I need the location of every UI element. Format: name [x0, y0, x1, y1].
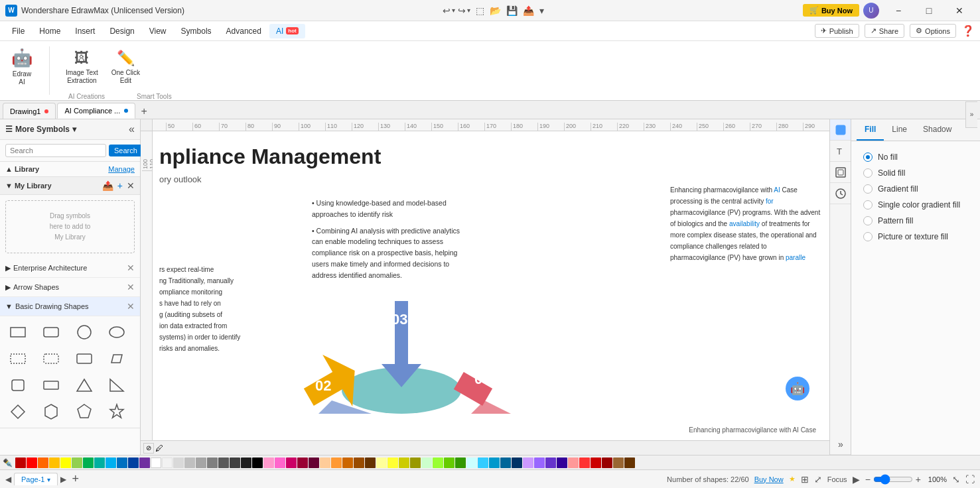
color-swatch-cyan[interactable] [105, 457, 116, 468]
color-swatch-red[interactable] [15, 457, 26, 468]
publish-button[interactable]: ✈ Publish [815, 24, 859, 38]
undo-dropdown[interactable]: ▾ [452, 7, 455, 14]
shape-right-triangle[interactable] [104, 373, 129, 397]
expand-panel-button[interactable]: » [965, 101, 977, 128]
image-frame-icon[interactable] [830, 162, 851, 183]
shape-parallelogram[interactable] [104, 347, 129, 371]
color-swatch-red2[interactable] [27, 457, 37, 468]
fullscreen-icon[interactable]: ⛶ [965, 474, 975, 485]
next-page-icon[interactable]: ▶ [60, 475, 66, 484]
page-tab-1[interactable]: Page-1 ▾ [14, 473, 58, 485]
options-button[interactable]: ⚙ Options [910, 24, 956, 38]
color-swatch-indigo[interactable] [545, 457, 556, 468]
text-icon[interactable]: T [830, 141, 851, 162]
color-swatch-teal[interactable] [94, 457, 105, 468]
ribbon-one-click-edit[interactable]: ✏️ One ClickEdit [106, 44, 145, 90]
tab-add-button[interactable]: + [137, 104, 151, 119]
close-basic-icon[interactable]: ✕ [127, 301, 135, 312]
fill-option-gradient[interactable]: Gradient fill [859, 181, 980, 197]
color-swatch-coral[interactable] [579, 457, 590, 468]
color-swatch-brown[interactable] [354, 457, 364, 468]
color-swatch-yellow2[interactable] [387, 457, 398, 468]
color-swatch-chartreuse[interactable] [433, 457, 443, 468]
tab-fill[interactable]: Fill [857, 119, 884, 141]
shape-rectangle-dotted[interactable] [5, 347, 31, 371]
menu-symbols[interactable]: Symbols [175, 24, 218, 38]
fill-option-single-color-gradient[interactable]: Single color gradient fill [859, 197, 980, 213]
tab-line[interactable]: Line [884, 119, 915, 141]
my-library-expand-icon[interactable]: ▼ [5, 182, 13, 190]
menu-view[interactable]: View [143, 24, 173, 38]
shape-pentagon[interactable] [72, 400, 97, 424]
add-library-icon[interactable]: + [117, 180, 123, 191]
color-swatch-green3[interactable] [444, 457, 455, 468]
tab-shadow[interactable]: Shadow [915, 119, 959, 141]
color-swatch-darkrose[interactable] [309, 457, 319, 468]
fit-screen-icon[interactable]: ⤡ [952, 474, 960, 485]
shape-curved-rect[interactable] [5, 373, 31, 397]
ribbon-edraw-ai[interactable]: 🤖 EdrawAI [5, 44, 38, 90]
manage-link[interactable]: Manage [108, 165, 135, 173]
menu-design[interactable]: Design [103, 24, 141, 38]
fill-option-no-fill[interactable]: No fill [859, 149, 980, 165]
color-swatch-gray3[interactable] [184, 457, 195, 468]
redo-button[interactable]: ↪ [458, 5, 466, 16]
color-swatch-sienna[interactable] [624, 457, 635, 468]
buy-now-link[interactable]: Buy Now [754, 475, 784, 483]
help-icon[interactable]: ❓ [961, 25, 975, 37]
color-swatch-peach2[interactable] [331, 457, 342, 468]
diagram-page[interactable]: npliance Management ory outlook • Using … [153, 131, 829, 440]
fill-option-pattern[interactable]: Pattern fill [859, 213, 980, 229]
color-swatch-steelblue[interactable] [500, 457, 511, 468]
prev-page-icon[interactable]: ◀ [5, 475, 11, 484]
menu-home[interactable]: Home [33, 24, 67, 38]
color-swatch-lime[interactable] [60, 457, 71, 468]
color-swatch-crimson[interactable] [297, 457, 308, 468]
color-swatch-rose[interactable] [286, 457, 297, 468]
fill-option-picture[interactable]: Picture or texture fill [859, 229, 980, 245]
color-swatch-navyblue[interactable] [512, 457, 522, 468]
color-swatch-skyblue[interactable] [478, 457, 488, 468]
color-swatch-darkred[interactable] [591, 457, 601, 468]
color-swatch-peach[interactable] [320, 457, 330, 468]
zoom-out-button[interactable]: − [865, 474, 871, 485]
collapse-left-panel-button[interactable]: « [129, 123, 135, 135]
shape-oval-outline[interactable] [104, 320, 129, 344]
color-swatch-darkgray[interactable] [241, 457, 251, 468]
export-library-icon[interactable]: 📤 [102, 180, 113, 191]
save-button[interactable]: 💾 [506, 5, 518, 16]
color-swatch-blue2[interactable] [128, 457, 139, 468]
user-avatar[interactable]: U [863, 3, 879, 19]
menu-file[interactable]: File [5, 24, 31, 38]
zoom-slider[interactable] [873, 474, 913, 485]
color-swatch-blue[interactable] [117, 457, 127, 468]
more-button[interactable]: ▾ [539, 5, 544, 16]
no-fill-swatch[interactable]: ⊘ [143, 443, 154, 454]
color-swatch-olive[interactable] [399, 457, 409, 468]
undo-button[interactable]: ↩ [443, 5, 451, 16]
new-button[interactable]: ⬚ [476, 5, 484, 16]
color-swatch-black[interactable] [252, 457, 263, 468]
export-button[interactable]: 📤 [523, 5, 534, 16]
search-input[interactable] [5, 144, 106, 157]
expand-right-icon[interactable]: » [830, 434, 851, 455]
color-swatch-green[interactable] [72, 457, 82, 468]
tab-drawing1[interactable]: Drawing1 [3, 103, 56, 119]
shape-triangle[interactable] [72, 373, 97, 397]
shape-rectangle-rounded-dotted[interactable] [38, 347, 64, 371]
color-swatch-gray2[interactable] [173, 457, 184, 468]
color-swatch-gray4[interactable] [196, 457, 206, 468]
enterprise-architecture-section[interactable]: ▶ Enterprise Architecture ✕ [0, 259, 140, 278]
color-swatch-lavender[interactable] [523, 457, 533, 468]
color-swatch-gray1[interactable] [162, 457, 173, 468]
page-tab-dropdown[interactable]: ▾ [47, 476, 50, 483]
layers-icon[interactable]: ⊞ [801, 474, 809, 485]
color-swatch-lightcyan[interactable] [466, 457, 477, 468]
open-button[interactable]: 📂 [490, 5, 501, 16]
fill-icon[interactable] [830, 119, 851, 141]
color-swatch-yellow[interactable] [49, 457, 60, 468]
tab-ai-compliance[interactable]: AI Compliance ... [57, 103, 135, 119]
color-swatch-gray6[interactable] [218, 457, 229, 468]
color-swatch-orange[interactable] [38, 457, 48, 468]
color-swatch-amber[interactable] [342, 457, 353, 468]
